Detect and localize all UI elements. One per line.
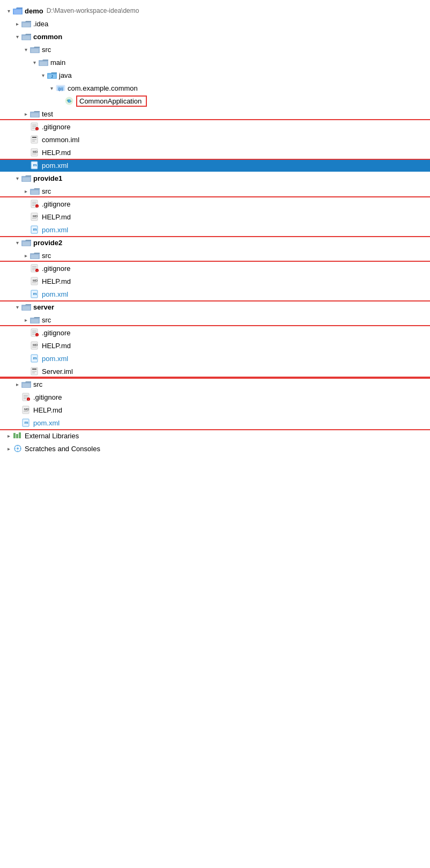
chevron-down-icon[interactable]: ▾ [47, 85, 56, 91]
tree-item-pom-common[interactable]: mpom.xml [0, 159, 430, 172]
package-icon: (p) [56, 84, 65, 92]
tree-item-help-root[interactable]: MDHELP.md [0, 403, 430, 416]
chevron-down-icon[interactable]: ▾ [13, 240, 21, 246]
tree-item-common-pkg[interactable]: ▾(p)com.example.common [0, 82, 430, 94]
tree-item-pom-p1[interactable]: mpom.xml [0, 223, 430, 236]
svg-rect-21 [31, 113, 39, 117]
folder-icon [30, 251, 40, 260]
chevron-right-icon[interactable]: ▸ [21, 111, 30, 117]
tree-item-gitignore-common[interactable]: !.gitignore [0, 120, 430, 133]
tree-item-help-p2[interactable]: MDHELP.md [0, 275, 430, 288]
chevron-down-icon[interactable]: ▾ [13, 304, 21, 310]
tree-item-help-common[interactable]: MDHELP.md [0, 146, 430, 159]
tree-item-gitignore-root[interactable]: !.gitignore [0, 391, 430, 403]
tree-item-ext-libs[interactable]: ▸External Libraries [0, 429, 430, 442]
tree-item-server[interactable]: ▾server [0, 300, 430, 313]
chevron-right-icon[interactable]: ▸ [21, 253, 30, 259]
item-label-common-src: src [42, 46, 51, 54]
item-label-common-iml: common.iml [42, 136, 79, 144]
gitignore-icon: ! [30, 328, 40, 337]
tree-item-common[interactable]: ▾common [0, 30, 430, 43]
svg-rect-53 [23, 242, 30, 246]
svg-rect-83 [32, 369, 36, 370]
tree-item-help-sv[interactable]: MDHELP.md [0, 339, 430, 352]
svg-rect-40 [31, 190, 39, 194]
svg-rect-87 [23, 384, 30, 387]
folder-icon [30, 187, 40, 195]
pom-icon: m [21, 418, 31, 427]
tree-item-CommonApplication[interactable]: CCommonApplication [0, 94, 430, 107]
chevron-right-icon[interactable]: ▸ [13, 21, 21, 27]
svg-rect-55 [31, 255, 39, 259]
tree-item-common-main[interactable]: ▾main [0, 56, 430, 69]
tree-item-provide1-src[interactable]: ▸src [0, 185, 430, 197]
svg-text:m: m [33, 163, 36, 167]
item-label-provide1: provide1 [33, 174, 62, 182]
item-label-help-p2: HELP.md [42, 277, 71, 285]
tree-item-provide2-src[interactable]: ▸src [0, 249, 430, 262]
svg-text:MD: MD [33, 215, 38, 218]
chevron-down-icon[interactable]: ▾ [13, 34, 21, 40]
tree-item-pom-p2[interactable]: mpom.xml [0, 288, 430, 300]
pom-icon: m [30, 354, 40, 363]
svg-rect-70 [31, 319, 39, 323]
tree-item-gitignore-sv[interactable]: !.gitignore [0, 326, 430, 339]
tree-item-pom-sv[interactable]: mpom.xml [0, 352, 430, 365]
svg-rect-10 [40, 62, 47, 65]
chevron-down-icon[interactable]: ▾ [13, 175, 21, 181]
chevron-right-icon[interactable]: ▸ [21, 188, 30, 194]
tree-item-server-src[interactable]: ▸src [0, 313, 430, 326]
item-label-common-test: test [42, 110, 53, 118]
md-icon: MD [30, 148, 40, 157]
tree-item-gitignore-p2[interactable]: !.gitignore [0, 262, 430, 275]
iml-icon [30, 367, 40, 376]
folder-icon [21, 174, 31, 182]
svg-text:MD: MD [33, 343, 38, 347]
item-label-idea: .idea [33, 20, 48, 28]
tree-item-common-test[interactable]: ▸test [0, 107, 430, 120]
tree-item-root-src[interactable]: ▸src [0, 378, 430, 391]
tree-item-help-p1[interactable]: MDHELP.md [0, 210, 430, 223]
svg-rect-68 [23, 306, 30, 310]
svg-text:(p): (p) [58, 87, 63, 91]
chevron-right-icon[interactable]: ▸ [13, 381, 21, 387]
gitignore-icon: ! [21, 393, 31, 401]
chevron-right-icon[interactable]: ▸ [21, 317, 30, 323]
item-label-gitignore-sv: .gitignore [42, 329, 70, 337]
tree-item-pom-root[interactable]: mpom.xml [0, 416, 430, 429]
tree-item-scratches[interactable]: ▸Scratches and Consoles [0, 442, 430, 455]
svg-text:m: m [24, 420, 28, 425]
tree-item-common-iml[interactable]: common.iml [0, 133, 430, 146]
spring-class-icon: C [64, 97, 74, 105]
svg-rect-8 [31, 49, 39, 53]
md-icon: MD [21, 406, 31, 414]
tree-item-provide1[interactable]: ▾provide1 [0, 172, 430, 185]
pom-icon: m [30, 161, 40, 170]
item-label-CommonApplication: CommonApplication [76, 95, 147, 107]
item-label-help-sv: HELP.md [42, 342, 71, 350]
svg-text:MD: MD [33, 150, 38, 153]
svg-point-103 [17, 447, 19, 450]
item-label-common-java: java [59, 71, 72, 79]
chevron-right-icon[interactable]: ▸ [4, 446, 13, 452]
item-label-gitignore-p2: .gitignore [42, 264, 70, 273]
tree-item-provide2[interactable]: ▾provide2 [0, 236, 430, 249]
folder-icon [30, 315, 40, 324]
tree-item-gitignore-p1[interactable]: !.gitignore [0, 197, 430, 210]
chevron-right-icon[interactable]: ▸ [4, 433, 13, 439]
tree-item-common-src[interactable]: ▾src [0, 43, 430, 56]
chevron-down-icon[interactable]: ▾ [30, 60, 39, 65]
item-label-pom-sv: pom.xml [42, 355, 68, 363]
gitignore-icon: ! [30, 264, 40, 273]
chevron-down-icon[interactable]: ▾ [4, 8, 13, 14]
item-label-demo: demo [25, 7, 43, 15]
tree-item-demo[interactable]: ▾demoD:\Maven-workspace-idea\demo [0, 4, 430, 17]
tree-item-idea[interactable]: ▸.idea [0, 17, 430, 30]
chevron-down-icon[interactable]: ▾ [21, 47, 30, 53]
chevron-down-icon[interactable]: ▾ [39, 72, 47, 78]
tree-item-server-iml[interactable]: Server.iml [0, 365, 430, 378]
tree-item-common-java[interactable]: ▾Jjava [0, 69, 430, 82]
gitignore-icon: ! [30, 122, 40, 131]
md-icon: MD [30, 277, 40, 285]
item-label-help-p1: HELP.md [42, 213, 71, 221]
